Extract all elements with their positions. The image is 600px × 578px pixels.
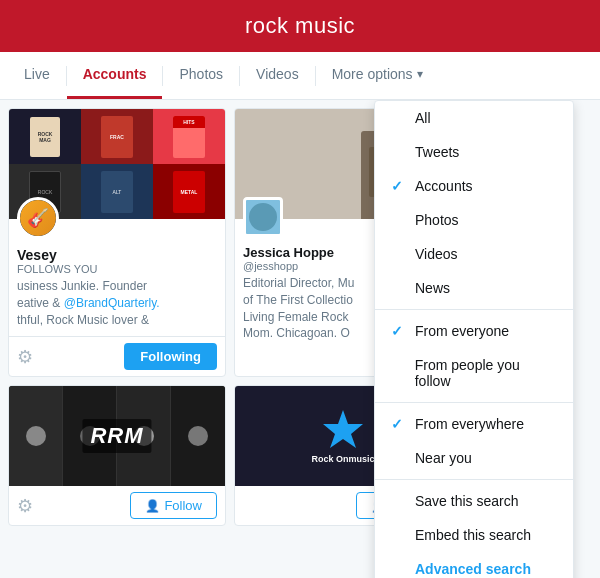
dropdown-item-embed-search[interactable]: Embed this search — [375, 518, 573, 552]
tab-videos[interactable]: Videos — [240, 52, 315, 99]
star-icon — [321, 408, 365, 452]
dropdown-item-near-you[interactable]: Near you — [375, 441, 573, 475]
rrm-banner: RRM — [9, 386, 225, 486]
chevron-down-icon: ▾ — [417, 67, 423, 81]
dropdown-divider-2 — [375, 402, 573, 403]
card-footer: ⚙ 👤 Follow — [9, 486, 225, 525]
tab-accounts[interactable]: Accounts — [67, 52, 163, 99]
banner-cell-5: ALT — [81, 164, 153, 219]
dropdown-item-photos[interactable]: Photos — [375, 203, 573, 237]
dropdown-item-advanced-search[interactable]: Advanced search — [375, 552, 573, 578]
banner-cell-3: HITS — [153, 109, 225, 164]
dropdown-item-news[interactable]: News — [375, 271, 573, 305]
card-footer: ⚙ Following — [9, 336, 225, 376]
header: rock music — [0, 0, 600, 52]
dropdown-item-accounts[interactable]: ✓ Accounts — [375, 169, 573, 203]
gear-icon[interactable]: ⚙ — [17, 495, 33, 517]
follow-button[interactable]: 👤 Follow — [130, 492, 217, 519]
svg-marker-0 — [323, 410, 363, 448]
dropdown-item-videos[interactable]: Videos — [375, 237, 573, 271]
account-name: Vesey — [17, 247, 217, 263]
tab-live[interactable]: Live — [8, 52, 66, 99]
dropdown-item-from-people[interactable]: From people you follow — [375, 348, 573, 398]
avatar: 🎸 — [17, 197, 59, 239]
tab-photos[interactable]: Photos — [163, 52, 239, 99]
main-content: ROCKMAG FRAC HITS — [0, 100, 600, 578]
banner-cell-6: METAL — [153, 164, 225, 219]
dropdown-item-all[interactable]: All — [375, 101, 573, 135]
dropdown-divider-3 — [375, 479, 573, 480]
banner-cell-2: FRAC — [81, 109, 153, 164]
dropdown-item-from-everywhere[interactable]: ✓ From everywhere — [375, 407, 573, 441]
following-button[interactable]: Following — [124, 343, 217, 370]
dropdown-item-tweets[interactable]: Tweets — [375, 135, 573, 169]
account-card-rrm: RRM ⚙ 👤 Follow — [8, 385, 226, 526]
dropdown-item-from-everyone[interactable]: ✓ From everyone — [375, 314, 573, 348]
person-icon: 👤 — [145, 499, 160, 513]
nav-tabs: Live Accounts Photos Videos More options… — [0, 52, 600, 100]
account-bio: usiness Junkie. Foundereative & @BrandQu… — [17, 278, 217, 328]
banner-cell-1: ROCKMAG — [9, 109, 81, 164]
gear-icon[interactable]: ⚙ — [17, 346, 33, 368]
rockon-label: Rock Onmusic — [311, 454, 374, 464]
dropdown-item-save-search[interactable]: Save this search — [375, 484, 573, 518]
account-card-vesey: ROCKMAG FRAC HITS — [8, 108, 226, 377]
page-title: rock music — [245, 13, 355, 39]
follows-you-badge: FOLLOWS YOU — [17, 263, 217, 275]
dropdown-menu: All Tweets ✓ Accounts Photos Videos News… — [374, 100, 574, 578]
tab-more-options[interactable]: More options ▾ — [316, 52, 439, 99]
avatar — [243, 197, 283, 237]
dropdown-divider-1 — [375, 309, 573, 310]
